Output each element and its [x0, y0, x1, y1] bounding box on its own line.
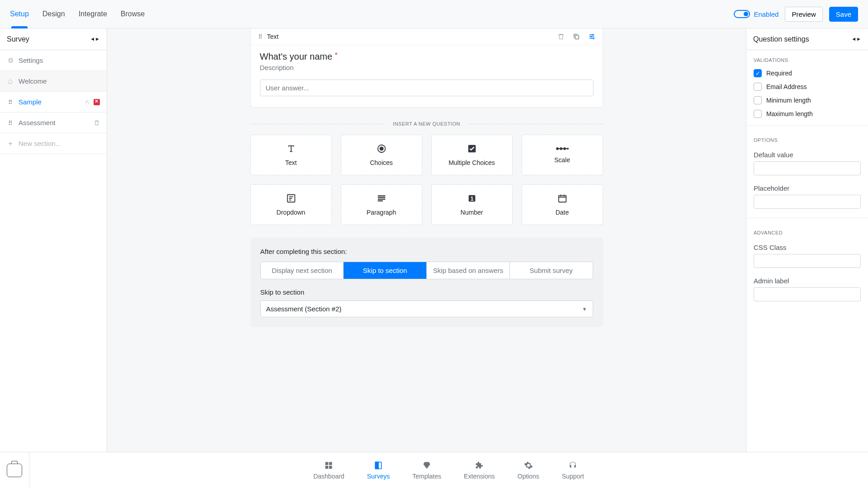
svg-rect-15 [558, 196, 566, 202]
checkbox-icon [754, 96, 762, 104]
question-card-body: What's your name * Description [251, 45, 603, 107]
qtype-choices[interactable]: Choices [341, 135, 422, 175]
duplicate-question-icon[interactable] [573, 33, 580, 40]
top-nav-tabs: Setup Design Integrate Browse [10, 1, 145, 27]
svg-point-2 [590, 36, 592, 38]
tab-browse[interactable]: Browse [121, 1, 145, 27]
svg-rect-17 [329, 462, 332, 465]
qtype-scale[interactable]: Scale [522, 135, 603, 175]
bottom-nav-label: Dashboard [313, 473, 344, 480]
collapse-sidebar-icon[interactable]: ◄► [90, 37, 100, 42]
validation-required[interactable]: Required [746, 66, 868, 80]
svg-rect-0 [575, 35, 579, 39]
validation-max-length[interactable]: Maximum length [746, 107, 868, 121]
options-section-label: OPTIONS [746, 130, 868, 146]
svg-point-1 [592, 34, 594, 36]
delete-section-icon[interactable] [94, 120, 100, 126]
bottom-nav: Dashboard Surveys Templates Extensions O… [29, 461, 868, 480]
center-content: Text What's your name * [250, 28, 603, 452]
svg-text:1: 1 [470, 196, 473, 202]
drag-handle-icon[interactable] [7, 98, 14, 106]
sidebar-title: Survey [7, 35, 29, 43]
left-sidebar: Survey ◄► Settings Welcome Sample Assess… [0, 28, 107, 452]
question-settings-icon[interactable] [588, 33, 595, 40]
qtype-text[interactable]: Text [250, 135, 332, 175]
text-icon [286, 144, 296, 154]
sidebar-item-welcome[interactable]: Welcome [0, 71, 107, 92]
advanced-section-label: ADVANCED [746, 223, 868, 239]
sidebar-item-settings[interactable]: Settings [0, 50, 107, 71]
bottom-nav-surveys[interactable]: Surveys [367, 461, 390, 480]
svg-point-5 [380, 147, 383, 150]
enabled-toggle-wrap: Enabled [734, 10, 778, 18]
qtype-label: Choices [370, 159, 393, 166]
checkbox-label: Minimum length [766, 97, 811, 104]
question-title[interactable]: What's your name * [260, 52, 594, 62]
skip-to-label: Skip to section [260, 288, 593, 296]
qtype-multiple-choices[interactable]: Multiple Choices [431, 135, 513, 175]
flow-option-skip-section[interactable]: Skip to section [343, 262, 426, 279]
tab-integrate[interactable]: Integrate [79, 1, 107, 27]
qtype-paragraph[interactable]: Paragraph [341, 184, 422, 225]
qtype-date[interactable]: Date [522, 184, 603, 225]
gear-icon [7, 56, 14, 65]
bottom-nav-extensions[interactable]: Extensions [464, 461, 495, 480]
dropdown-icon [286, 193, 296, 203]
svg-rect-21 [375, 462, 378, 469]
sidebar-item-label: New section... [19, 140, 61, 147]
flow-option-display-next[interactable]: Display next section [261, 262, 344, 279]
bottom-nav-options[interactable]: Options [518, 461, 539, 480]
bottom-nav-label: Options [518, 473, 539, 480]
qtype-label: Dropdown [277, 209, 306, 216]
preview-button[interactable]: Preview [785, 7, 822, 22]
bottom-nav-templates[interactable]: Templates [412, 461, 441, 480]
validation-email[interactable]: Email Address [746, 80, 868, 94]
qtype-label: Text [285, 159, 297, 166]
collapse-right-icon[interactable]: ◄► [851, 37, 861, 42]
qtype-dropdown[interactable]: Dropdown [250, 184, 332, 225]
validation-min-length[interactable]: Minimum length [746, 94, 868, 107]
question-card[interactable]: Text What's your name * [250, 28, 603, 108]
skip-to-select[interactable]: Assessment (Section #2) ▼ [260, 300, 593, 317]
app-switcher[interactable] [0, 452, 29, 488]
enabled-toggle[interactable] [734, 10, 750, 18]
drag-handle-icon[interactable] [7, 119, 14, 127]
validations-section-label: VALIDATIONS [746, 50, 868, 66]
bottom-nav-label: Support [562, 473, 584, 480]
extensions-icon [475, 461, 484, 470]
delete-section-icon[interactable] [94, 99, 100, 105]
qtype-label: Scale [554, 156, 570, 164]
save-button[interactable]: Save [829, 7, 858, 22]
placeholder-input[interactable] [754, 195, 861, 209]
sidebar-header: Survey ◄► [0, 28, 107, 50]
delete-question-icon[interactable] [557, 33, 565, 40]
flow-option-skip-answers[interactable]: Skip based on answers [426, 262, 509, 279]
tab-design[interactable]: Design [42, 1, 65, 27]
sidebar-item-sample[interactable]: Sample [0, 92, 107, 113]
bottom-bar: Dashboard Surveys Templates Extensions O… [0, 452, 868, 488]
calendar-icon [557, 193, 567, 203]
qtype-label: Date [556, 209, 569, 216]
question-description[interactable]: Description [260, 64, 594, 71]
answer-input[interactable] [260, 80, 594, 96]
bottom-nav-support[interactable]: Support [562, 461, 584, 480]
required-asterisk: * [335, 52, 338, 59]
checkbox-icon [754, 110, 762, 118]
logic-icon[interactable] [85, 98, 89, 106]
flow-option-submit[interactable]: Submit survey [509, 262, 593, 279]
default-value-input[interactable] [754, 161, 861, 175]
css-class-input[interactable] [754, 254, 861, 268]
scale-icon [556, 146, 569, 151]
bottom-nav-dashboard[interactable]: Dashboard [313, 461, 344, 480]
qtype-label: Paragraph [367, 209, 396, 216]
dashboard-icon [324, 461, 333, 470]
qtype-number[interactable]: 1 Number [431, 184, 513, 225]
drag-handle-icon[interactable] [258, 33, 263, 40]
tab-setup[interactable]: Setup [10, 1, 29, 27]
sidebar-new-section[interactable]: New section... [0, 133, 107, 154]
sidebar-item-assessment[interactable]: Assessment [0, 113, 107, 133]
bottom-nav-label: Templates [412, 473, 441, 480]
radio-icon [377, 144, 387, 154]
admin-label-input[interactable] [754, 287, 861, 301]
svg-rect-18 [326, 465, 329, 469]
